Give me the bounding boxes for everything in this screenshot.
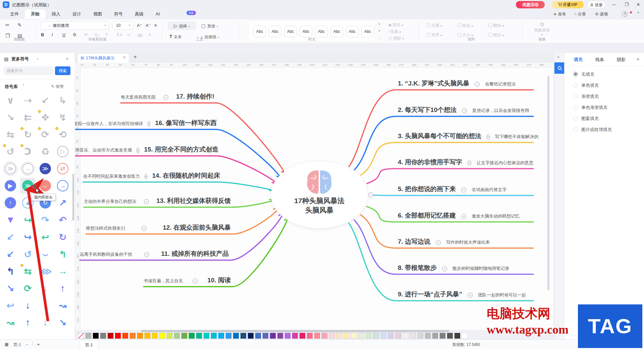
branch-right-7[interactable]: 7. 边写边说−写作的时候大声读出来 bbox=[394, 237, 533, 247]
close-button[interactable]: ✕ bbox=[633, 1, 643, 8]
ribbon-fill-button[interactable]: ◆ 填充 ▾ bbox=[388, 22, 403, 28]
color-swatch-41[interactable] bbox=[388, 333, 394, 339]
menubar-publish-button[interactable]: ➤ 发布 bbox=[553, 11, 566, 17]
collapse-branch-button[interactable]: − bbox=[442, 266, 447, 271]
symbol-19[interactable]: ⇄ bbox=[55, 161, 70, 176]
collapse-branch-button[interactable]: − bbox=[163, 95, 168, 100]
collapse-branch-button[interactable]: − bbox=[487, 134, 489, 139]
arrange-组合-button[interactable]: 组合 ▾ bbox=[458, 23, 473, 28]
color-swatch-12[interactable] bbox=[174, 333, 180, 339]
color-swatch-8[interactable] bbox=[145, 333, 150, 339]
sidebar-scrollbar[interactable] bbox=[72, 174, 74, 221]
color-swatch-45[interactable] bbox=[418, 333, 423, 339]
symbol-15[interactable]: ▷ bbox=[55, 144, 70, 159]
collapse-branch-button[interactable]: − bbox=[144, 199, 149, 204]
color-swatch-3[interactable] bbox=[108, 333, 113, 339]
branch-right-9[interactable]: 9. 进行一场“点子风暴”−团队一起的时候可以一起 bbox=[394, 290, 533, 300]
color-swatch-50[interactable] bbox=[454, 333, 460, 339]
font-size-select[interactable]: 10▾ bbox=[112, 21, 133, 30]
symbol-20[interactable]: ▶ bbox=[3, 178, 18, 193]
pages-grid-icon[interactable]: ▦ bbox=[5, 342, 8, 347]
ribbon-line-button[interactable]: ∕ 线条 ▾ bbox=[388, 29, 401, 35]
ribbon-shadow-button[interactable]: ▢ 阴影 ▾ bbox=[388, 36, 404, 41]
symbol-30[interactable]: ↷ bbox=[38, 212, 53, 228]
symbol-7[interactable]: ↯ bbox=[55, 110, 70, 125]
drawing-canvas[interactable]: 2030405060708090100110120130140150160170… bbox=[75, 62, 553, 330]
arrange-位置-button[interactable]: 位置 ▾ bbox=[427, 23, 442, 28]
symbol-18[interactable]: ≫ bbox=[38, 161, 53, 176]
color-swatch-14[interactable] bbox=[189, 333, 195, 339]
color-swatch-49[interactable] bbox=[447, 333, 453, 339]
collapse-sidebar-button[interactable]: « bbox=[66, 56, 68, 61]
branch-left-11[interactable]: 远离手机和数码设备的干扰−11. 戒掉所有的科技产品 bbox=[80, 249, 229, 259]
branch-right-3[interactable]: 3. 头脑风暴每个不可能的想法−写下哪些不肯能解决的 bbox=[394, 132, 533, 142]
color-swatch-29[interactable] bbox=[300, 333, 305, 339]
symbol-11[interactable]: ⟲ bbox=[55, 127, 70, 142]
collapse-branch-button[interactable]: − bbox=[461, 187, 466, 192]
symbol-0[interactable]: ∨ bbox=[3, 93, 18, 108]
select-tool[interactable]: ▷ 选择 ▾ bbox=[168, 21, 196, 30]
search-button[interactable]: 搜索 bbox=[55, 66, 70, 75]
close-panel-icon[interactable]: ✕ bbox=[636, 57, 640, 62]
restore-button[interactable]: ❐ bbox=[622, 1, 632, 8]
color-swatch-46[interactable] bbox=[425, 333, 431, 339]
symbol-1[interactable]: ⇢ bbox=[20, 93, 36, 108]
symbol-4[interactable]: ↘ bbox=[3, 110, 18, 125]
collapse-branch-button[interactable]: − bbox=[142, 226, 147, 231]
color-swatch-38[interactable] bbox=[366, 333, 372, 339]
branch-left-12[interactable]: 将想法样式给朋友们−12. 在观众面前头脑风暴 bbox=[86, 223, 231, 233]
branch-left-14[interactable]: 在不同时间起床来激发创造力−14. 在很随机的时间起床 bbox=[83, 171, 215, 181]
style-swatch-6[interactable]: Abc bbox=[346, 26, 359, 37]
color-swatch-6[interactable] bbox=[130, 333, 136, 339]
menu-item-开始[interactable]: 开始 bbox=[25, 9, 46, 19]
format-btn-U[interactable]: U bbox=[62, 32, 65, 37]
style-swatch-2[interactable]: Abc bbox=[284, 26, 297, 37]
color-swatch-39[interactable] bbox=[373, 333, 379, 339]
color-swatch-23[interactable] bbox=[255, 333, 261, 339]
branch-left-10[interactable]: 书读百遍，其义自见−10. 阅读 bbox=[144, 276, 231, 286]
font-btn-0[interactable]: A⁺ bbox=[137, 23, 142, 28]
menubar-options-button[interactable]: ⚙ 选项 bbox=[595, 11, 608, 17]
cut-icon[interactable]: ✂ bbox=[5, 22, 10, 28]
menu-item-符号[interactable]: 符号 bbox=[108, 9, 129, 19]
collapse-branch-button[interactable]: − bbox=[193, 279, 198, 284]
document-tab[interactable]: ▤ 17种头脑风暴法 ✕ bbox=[78, 54, 129, 62]
collapse-branch-button[interactable]: − bbox=[468, 293, 473, 298]
color-swatch-11[interactable] bbox=[167, 333, 172, 339]
collapse-branch-button[interactable]: − bbox=[461, 214, 466, 219]
panel-tab-填充[interactable]: 填充 bbox=[574, 57, 583, 63]
color-swatch-27[interactable] bbox=[285, 333, 290, 339]
symbol-16[interactable]: ≫ bbox=[3, 161, 18, 176]
fill-option-1[interactable]: 单色填充 bbox=[573, 82, 599, 89]
symbol-10[interactable]: ⟳ bbox=[38, 127, 53, 142]
color-swatch-24[interactable] bbox=[263, 333, 268, 339]
menu-item-文件[interactable]: 文件 bbox=[4, 9, 25, 19]
collapse-ribbon-icon[interactable]: ⌃ bbox=[637, 11, 640, 16]
color-swatch-2[interactable] bbox=[100, 333, 106, 339]
color-swatch-25[interactable] bbox=[270, 333, 276, 339]
format-btn-≔[interactable]: ≔ bbox=[127, 32, 131, 37]
symbol-36[interactable]: ↙ bbox=[3, 246, 18, 262]
page-tab[interactable]: 页-1 bbox=[79, 341, 98, 349]
color-swatch-20[interactable] bbox=[233, 333, 239, 339]
symbol-34[interactable]: ↩ bbox=[38, 229, 53, 245]
color-swatch-34[interactable] bbox=[336, 333, 342, 339]
color-swatch-40[interactable] bbox=[381, 333, 386, 339]
format-btn-S[interactable]: S bbox=[73, 32, 76, 37]
add-page-button[interactable]: + bbox=[37, 341, 40, 347]
branch-right-4[interactable]: 4. 用你的非惯用手写字−让文字接近内心想表达的意思 bbox=[394, 158, 533, 168]
color-swatch-26[interactable] bbox=[277, 333, 283, 339]
color-swatch-15[interactable] bbox=[196, 333, 202, 339]
color-swatch-43[interactable] bbox=[403, 333, 409, 339]
expand-panel-button[interactable]: » bbox=[557, 54, 559, 59]
format-btn-ab[interactable]: ab bbox=[138, 32, 142, 37]
symbol-search-input[interactable] bbox=[4, 66, 54, 75]
color-swatch-16[interactable] bbox=[204, 333, 209, 339]
style-swatch-5[interactable]: Abc bbox=[330, 26, 343, 37]
fill-option-2[interactable]: 渐变填充 bbox=[573, 94, 599, 100]
symbol-39[interactable]: ↰ bbox=[55, 246, 70, 262]
symbol-52[interactable]: ↝ bbox=[3, 315, 18, 330]
symbol-3[interactable]: ↳ bbox=[55, 93, 70, 108]
symbol-31[interactable]: ↶ bbox=[55, 212, 70, 228]
symbol-55[interactable]: ↘ bbox=[55, 315, 70, 330]
